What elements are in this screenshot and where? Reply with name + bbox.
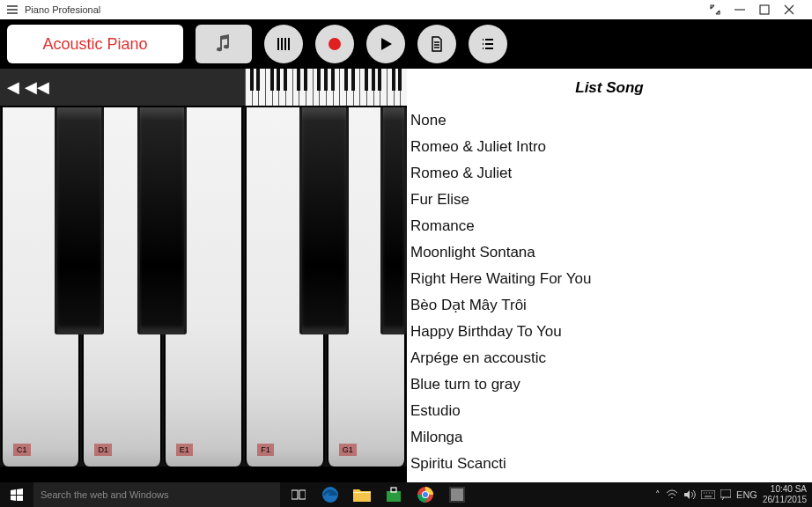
taskbar-app-explorer[interactable]	[347, 482, 377, 507]
svg-rect-5	[387, 491, 401, 502]
svg-point-9	[423, 492, 428, 497]
instrument-button[interactable]: Acoustic Piano	[7, 25, 183, 63]
play-icon	[378, 36, 394, 52]
piano-key-csharp1[interactable]	[55, 107, 104, 334]
list-item[interactable]: Romance	[410, 213, 812, 239]
list-item[interactable]: Blue turn to gray	[410, 371, 812, 398]
list-item[interactable]: Moonlight Sontana	[410, 239, 812, 266]
music-note-icon	[215, 34, 233, 54]
piano-key-gsharp1[interactable]	[380, 107, 407, 334]
svg-rect-13	[720, 489, 731, 497]
piano-key-fsharp1[interactable]	[299, 107, 349, 334]
taskbar-app-chrome[interactable]	[410, 482, 440, 507]
list-item[interactable]: Milonga	[410, 424, 812, 451]
list-item[interactable]: Right Here Waiting For You	[410, 266, 812, 292]
windows-icon	[11, 489, 23, 501]
keyboard-nav-strip: ◀ ◀◀	[0, 69, 407, 107]
taskbar-app-store[interactable]	[379, 482, 409, 507]
clock-date: 26/11/2015	[763, 495, 807, 505]
notifications-icon[interactable]	[720, 489, 731, 500]
app-toolbar: Acoustic Piano	[0, 19, 812, 69]
svg-point-1	[328, 38, 341, 50]
play-button[interactable]	[366, 25, 405, 63]
taskbar-clock[interactable]: 10:40 SA 26/11/2015	[763, 484, 812, 505]
maximize-icon[interactable]	[759, 4, 784, 15]
key-label: E1	[176, 444, 193, 456]
key-label: C1	[13, 444, 31, 456]
edge-icon	[321, 486, 339, 503]
volume-icon[interactable]	[683, 489, 696, 500]
svg-rect-2	[292, 490, 298, 499]
hamburger-icon[interactable]	[7, 5, 18, 14]
window-title: Piano Profesional	[25, 4, 100, 15]
list-item[interactable]: None	[410, 107, 812, 134]
key-label: D1	[94, 444, 112, 456]
taskbar-search[interactable]: Search the web and Windows	[33, 482, 280, 507]
music-toggle-button[interactable]	[196, 25, 252, 63]
key-label: F1	[257, 444, 274, 456]
record-icon	[327, 36, 343, 52]
fullscreen-icon[interactable]	[710, 4, 734, 15]
keyboard-icon[interactable]	[701, 490, 715, 499]
store-icon	[386, 487, 402, 503]
window-titlebar: Piano Profesional	[0, 0, 812, 19]
list-item[interactable]: Estudio	[410, 398, 812, 424]
search-placeholder: Search the web and Windows	[41, 489, 169, 500]
list-item[interactable]: Romeo & Juliet	[410, 160, 812, 187]
song-list-heading: List Song	[407, 69, 812, 107]
language-indicator[interactable]: ENG	[736, 489, 757, 500]
chevron-up-icon[interactable]: ˄	[655, 489, 661, 501]
list-button[interactable]	[469, 25, 507, 63]
svg-rect-12	[701, 490, 715, 499]
mini-keyboard[interactable]	[245, 69, 407, 106]
taskbar-apps	[280, 482, 472, 507]
list-item[interactable]: Arpége en accoustic	[410, 345, 812, 371]
system-tray[interactable]: ˄ ENG	[650, 489, 763, 501]
list-item[interactable]: Romeo & Juliet Intro	[410, 134, 812, 160]
prev-arrow-icon[interactable]: ◀	[7, 79, 19, 95]
task-view-button[interactable]	[284, 482, 314, 507]
windows-taskbar: Search the web and Windows ˄ ENG 10:40 S…	[0, 482, 812, 507]
instrument-label: Acoustic Piano	[42, 35, 147, 54]
app-icon	[449, 487, 465, 503]
list-item[interactable]: Spiritu Scancti	[410, 451, 812, 477]
minimize-icon[interactable]	[734, 4, 759, 15]
svg-rect-11	[451, 489, 463, 501]
taskbar-app-edge[interactable]	[315, 482, 345, 507]
bars-icon	[276, 36, 292, 52]
document-icon	[429, 36, 445, 52]
start-button[interactable]	[0, 489, 33, 501]
song-list[interactable]: None Romeo & Juliet Intro Romeo & Juliet…	[407, 107, 812, 482]
taskbar-app-piano[interactable]	[442, 482, 472, 507]
piano-key-dsharp1[interactable]	[137, 107, 187, 334]
folder-icon	[353, 488, 371, 502]
clock-time: 10:40 SA	[763, 484, 807, 495]
song-list-panel: List Song None Romeo & Juliet Intro Rome…	[407, 69, 812, 482]
record-button[interactable]	[315, 25, 354, 63]
taskview-icon	[292, 489, 306, 501]
fast-prev-arrow-icon[interactable]: ◀◀	[25, 79, 49, 95]
document-button[interactable]	[417, 25, 456, 63]
close-icon[interactable]	[784, 4, 808, 15]
list-icon	[480, 36, 496, 52]
list-item[interactable]: Bèo Dạt Mây Trôi	[410, 292, 812, 319]
key-label: G1	[339, 444, 357, 456]
list-item[interactable]: Happy Birthday To You	[410, 319, 812, 345]
wifi-icon[interactable]	[666, 489, 678, 500]
chrome-icon	[417, 487, 433, 503]
svg-rect-0	[760, 5, 769, 14]
svg-rect-3	[299, 490, 306, 499]
keyboard-view-button[interactable]	[264, 25, 303, 63]
list-item[interactable]: Fur Elise	[410, 187, 812, 213]
